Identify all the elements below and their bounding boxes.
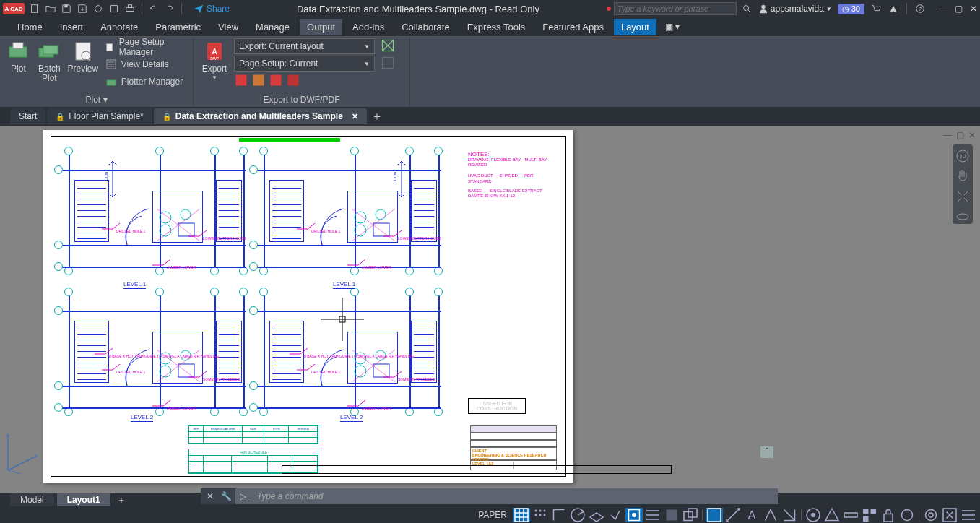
tab-parametric[interactable]: Parametric: [148, 19, 208, 35]
file-tab-start[interactable]: Start: [10, 108, 45, 124]
plot-button[interactable]: Plot: [4, 38, 32, 75]
export-layout-dropdown[interactable]: Export: Current layout▼: [234, 38, 375, 54]
units-toggle[interactable]: [842, 508, 859, 522]
navwheel-icon[interactable]: 2D: [955, 149, 970, 163]
add-file-tab[interactable]: ＋: [368, 108, 386, 124]
ortho-toggle[interactable]: [550, 508, 568, 522]
tab-output[interactable]: Output: [300, 19, 342, 35]
clean-screen[interactable]: [941, 508, 958, 522]
export-pdf-icon[interactable]: [286, 73, 300, 87]
lineweight-toggle[interactable]: [644, 508, 662, 522]
cart-icon[interactable]: [870, 3, 882, 14]
tab-addins[interactable]: Add-ins: [345, 19, 391, 35]
snap-toggle[interactable]: [532, 508, 549, 522]
view-details-button[interactable]: View Details: [103, 56, 188, 73]
customization-menu[interactable]: [960, 508, 977, 522]
lock-ui[interactable]: [880, 508, 897, 522]
annotation-scale-icon[interactable]: [762, 508, 779, 522]
selection-cycling-toggle[interactable]: [682, 508, 699, 522]
tab-overflow[interactable]: ▣ ▾: [659, 19, 685, 35]
tab-view[interactable]: View: [211, 19, 246, 35]
navigation-bar: 2D: [953, 144, 973, 224]
app-badge[interactable]: A CAD: [3, 3, 25, 14]
svg-rect-14: [76, 43, 90, 60]
close-button[interactable]: ✕: [970, 4, 977, 14]
maximize-button[interactable]: ▢: [955, 4, 963, 14]
export-options-icon[interactable]: [381, 56, 395, 70]
tab-manage[interactable]: Manage: [248, 19, 297, 35]
layout-tab-layout1[interactable]: Layout1: [57, 493, 110, 506]
export-3ddwf-icon[interactable]: [269, 73, 283, 87]
isodraft-toggle[interactable]: [588, 508, 605, 522]
trial-badge[interactable]: ◷ 30: [838, 4, 864, 14]
save-icon[interactable]: [61, 3, 72, 14]
openweb-icon[interactable]: [92, 3, 104, 14]
redo-icon[interactable]: [164, 3, 175, 14]
object-snap-toggle[interactable]: [625, 508, 643, 522]
page-setup-dropdown[interactable]: Page Setup: Current▼: [234, 56, 375, 72]
isolate-objects[interactable]: [898, 508, 916, 522]
annotation-visibility[interactable]: A: [743, 508, 760, 522]
undo-icon[interactable]: [148, 3, 160, 14]
search-box[interactable]: [614, 2, 737, 15]
open-icon[interactable]: [45, 3, 56, 14]
vp-minimize[interactable]: —: [943, 130, 952, 140]
annotation-monitor[interactable]: [823, 508, 841, 522]
space-toggle[interactable]: PAPER: [474, 510, 511, 520]
osnap-toggle[interactable]: [607, 508, 624, 522]
pan-icon[interactable]: [955, 169, 970, 183]
drawing-area[interactable]: — ▢ ✕ DRILLED HOLE 1LOWER GUTTER HOUSEJA…: [0, 126, 980, 493]
cmd-close-icon[interactable]: ✕: [204, 490, 217, 503]
plotter-manager-button[interactable]: Plotter Manager: [103, 73, 188, 90]
zoom-extents-icon[interactable]: [955, 189, 970, 204]
new-icon[interactable]: [29, 3, 40, 14]
tab-home[interactable]: Home: [10, 19, 50, 35]
polar-toggle[interactable]: [569, 508, 586, 522]
orbit-icon[interactable]: [955, 209, 970, 224]
tab-express[interactable]: Express Tools: [460, 19, 533, 35]
command-history-toggle[interactable]: ˆ: [760, 446, 773, 458]
svg-rect-62: [708, 509, 721, 522]
add-layout-tab[interactable]: ＋: [113, 494, 129, 506]
svg-point-34: [355, 225, 366, 236]
layout-tab-model[interactable]: Model: [10, 493, 54, 506]
tab-collaborate[interactable]: Collaborate: [394, 19, 457, 35]
export-button[interactable]: ADWF Export▼: [198, 38, 231, 83]
batch-plot-button[interactable]: Batch Plot: [35, 38, 64, 85]
transparency-toggle[interactable]: [663, 508, 680, 522]
notification-dot[interactable]: [607, 7, 611, 11]
viewport-scale[interactable]: [724, 508, 742, 522]
file-tab-floorplan[interactable]: 🔒Floor Plan Sample*: [47, 108, 152, 124]
search-input[interactable]: [617, 4, 733, 13]
quick-properties[interactable]: [861, 508, 878, 522]
hardware-acceleration[interactable]: [922, 508, 940, 522]
saveas-icon[interactable]: [77, 3, 88, 14]
preview-button[interactable]: Preview: [66, 38, 100, 75]
minimize-button[interactable]: —: [939, 4, 948, 14]
file-tab-dataextraction[interactable]: 🔒Data Extraction and Multileaders Sample…: [154, 108, 367, 124]
page-setup-manager-button[interactable]: Page Setup Manager: [103, 38, 188, 56]
print-icon[interactable]: [124, 3, 136, 14]
tab-insert[interactable]: Insert: [53, 19, 91, 35]
command-input[interactable]: ▷_Type a command: [235, 488, 778, 504]
cmd-customize-icon[interactable]: 🔧: [220, 490, 233, 503]
vp-maximize[interactable]: ▢: [956, 130, 964, 140]
annotation-scale[interactable]: [781, 508, 798, 522]
svg-point-28: [160, 212, 171, 223]
export-dwf-icon[interactable]: [234, 73, 248, 87]
export-dwfx-icon[interactable]: [251, 73, 266, 87]
share-button[interactable]: Share: [194, 4, 230, 14]
tab-annotate[interactable]: Annotate: [93, 19, 145, 35]
export-window-icon[interactable]: [381, 38, 395, 53]
saveweb-icon[interactable]: [108, 3, 120, 14]
vp-close[interactable]: ✕: [968, 130, 976, 140]
help-icon[interactable]: ?: [914, 3, 926, 14]
autodesk-app-icon[interactable]: [888, 3, 899, 14]
tab-layout[interactable]: Layout: [614, 19, 656, 35]
viewport-maximize[interactable]: [706, 508, 723, 522]
search-icon[interactable]: [741, 3, 753, 14]
tab-featured[interactable]: Featured Apps: [535, 19, 611, 35]
workspace-switching[interactable]: [805, 508, 822, 522]
grid-toggle[interactable]: [513, 508, 530, 522]
account-menu[interactable]: appsmalavida▼: [758, 4, 832, 14]
